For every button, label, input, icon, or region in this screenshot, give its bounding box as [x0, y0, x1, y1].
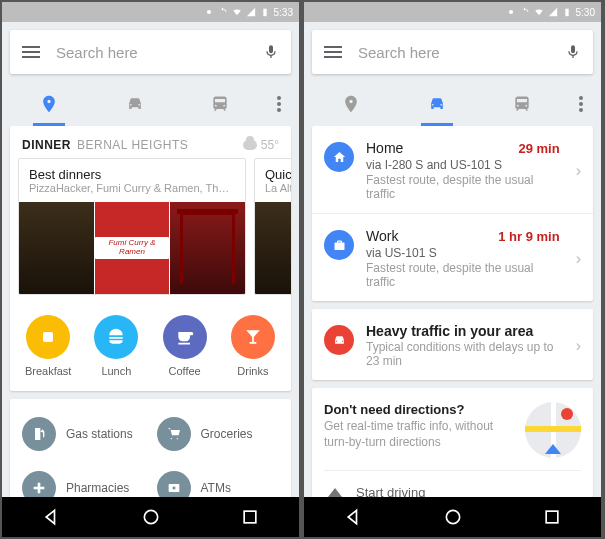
- sync-icon: [218, 7, 228, 17]
- chevron-right-icon: ›: [576, 337, 581, 355]
- home-button[interactable]: [141, 507, 161, 527]
- destination-work[interactable]: Work1 hr 9 min via US-101 S Fastest rout…: [312, 213, 593, 301]
- status-bar: 5:33: [2, 2, 299, 22]
- battery-icon: [562, 7, 572, 17]
- tab-explore[interactable]: [6, 82, 92, 126]
- atm-icon: [166, 480, 182, 496]
- route-status: Fastest route, despite the usual traffic: [366, 173, 560, 201]
- recents-button[interactable]: [240, 507, 260, 527]
- start-driving-button[interactable]: Start driving: [324, 470, 581, 497]
- tab-explore[interactable]: [308, 82, 394, 126]
- traffic-icon: [332, 333, 347, 348]
- recents-button[interactable]: [542, 507, 562, 527]
- svg-rect-1: [263, 9, 266, 17]
- service-atms[interactable]: ATMs: [151, 461, 286, 497]
- tab-bar: [2, 82, 299, 126]
- info-title: Don't need directions?: [324, 402, 515, 417]
- search-bar[interactable]: Search here: [10, 30, 291, 74]
- eta: 1 hr 9 min: [498, 229, 559, 244]
- svg-point-8: [446, 510, 459, 523]
- route-via: via US-101 S: [366, 246, 560, 260]
- svg-point-4: [144, 510, 157, 523]
- carousel-card-best-dinners[interactable]: Best dinners PizzaHacker, Fumi Curry & R…: [18, 158, 246, 295]
- android-nav: [304, 497, 601, 537]
- navigate-icon: [328, 488, 342, 497]
- gas-icon: [31, 426, 47, 442]
- svg-point-6: [508, 10, 512, 14]
- status-bar: 5:30: [304, 2, 601, 22]
- category-lunch[interactable]: Lunch: [86, 315, 146, 377]
- location-icon: [204, 7, 214, 17]
- tab-bar: [304, 82, 601, 126]
- search-placeholder: Search here: [56, 44, 263, 61]
- tab-more[interactable]: [565, 82, 597, 126]
- pharmacy-icon: [31, 480, 47, 496]
- category-coffee[interactable]: Coffee: [155, 315, 215, 377]
- phone-explore: 5:33 Search here DINNER BERNAL HEIGHTS 5…: [2, 2, 299, 537]
- carousel-card-quick[interactable]: Quick La Alt: [254, 158, 291, 295]
- cloud-icon: [243, 140, 257, 150]
- back-button[interactable]: [42, 507, 62, 527]
- eta: 29 min: [518, 141, 559, 156]
- status-time: 5:33: [274, 7, 293, 18]
- thumb-image: [19, 202, 95, 294]
- phone-drive: 5:30 Search here Home29 min via I-280 S …: [304, 2, 601, 537]
- content-explore: DINNER BERNAL HEIGHTS 55° Best dinners P…: [2, 126, 299, 497]
- back-button[interactable]: [344, 507, 364, 527]
- burger-icon: [106, 327, 126, 347]
- service-pharmacies[interactable]: Pharmacies: [16, 461, 151, 497]
- android-nav: [2, 497, 299, 537]
- category-row: Breakfast Lunch Coffee Drinks: [10, 305, 291, 391]
- wifi-icon: [232, 7, 242, 17]
- carousel-sub: La Alt: [265, 182, 291, 194]
- home-button[interactable]: [443, 507, 463, 527]
- destinations-card: Home29 min via I-280 S and US-101 S Fast…: [312, 126, 593, 301]
- service-gas[interactable]: Gas stations: [16, 407, 151, 461]
- briefcase-icon: [332, 238, 347, 253]
- tab-more[interactable]: [263, 82, 295, 126]
- bread-icon: [38, 327, 58, 347]
- signal-icon: [548, 7, 558, 17]
- cocktail-icon: [243, 327, 263, 347]
- dinner-label: DINNER: [22, 138, 71, 152]
- content-drive: Home29 min via I-280 S and US-101 S Fast…: [304, 126, 601, 497]
- tab-transit[interactable]: [177, 82, 263, 126]
- category-breakfast[interactable]: Breakfast: [18, 315, 78, 377]
- mini-map-icon: [525, 402, 581, 458]
- svg-rect-5: [244, 511, 256, 523]
- svg-rect-2: [43, 332, 53, 342]
- thumb-image: Fumi Curry & Ramen: [95, 202, 171, 294]
- tab-drive[interactable]: [394, 82, 480, 126]
- tab-drive[interactable]: [92, 82, 178, 126]
- driving-mode-card: Don't need directions? Get real-time tra…: [312, 388, 593, 497]
- mic-icon[interactable]: [263, 44, 279, 60]
- svg-rect-9: [546, 511, 558, 523]
- menu-icon[interactable]: [22, 46, 40, 58]
- service-groceries[interactable]: Groceries: [151, 407, 286, 461]
- svg-rect-7: [565, 9, 568, 17]
- route-via: via I-280 S and US-101 S: [366, 158, 560, 172]
- carousel-title: Best dinners: [29, 167, 235, 182]
- category-drinks[interactable]: Drinks: [223, 315, 283, 377]
- menu-icon[interactable]: [324, 46, 342, 58]
- coffee-icon: [175, 327, 195, 347]
- wifi-icon: [534, 7, 544, 17]
- carousel-title: Quick: [265, 167, 291, 182]
- tab-transit[interactable]: [479, 82, 565, 126]
- battery-icon: [260, 7, 270, 17]
- thumb-image: [170, 202, 245, 294]
- mic-icon[interactable]: [565, 44, 581, 60]
- traffic-card[interactable]: Heavy traffic in your area Typical condi…: [312, 309, 593, 380]
- search-bar[interactable]: Search here: [312, 30, 593, 74]
- destination-home[interactable]: Home29 min via I-280 S and US-101 S Fast…: [312, 126, 593, 213]
- chevron-right-icon: ›: [576, 162, 581, 180]
- thumb-image: [255, 202, 291, 294]
- weather: 55°: [243, 138, 279, 152]
- sync-icon: [520, 7, 530, 17]
- cart-icon: [166, 426, 182, 442]
- dinner-carousel[interactable]: Best dinners PizzaHacker, Fumi Curry & R…: [10, 158, 291, 305]
- svg-point-0: [206, 10, 210, 14]
- dinner-card: DINNER BERNAL HEIGHTS 55° Best dinners P…: [10, 126, 291, 391]
- info-sub: Get real-time traffic info, without turn…: [324, 419, 515, 450]
- signal-icon: [246, 7, 256, 17]
